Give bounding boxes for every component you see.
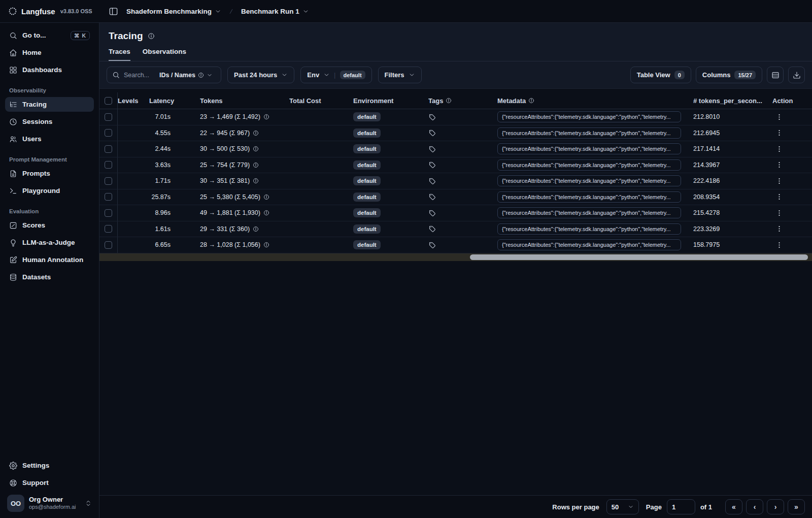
info-icon [446,98,452,104]
sidebar-item-llm-as-a-judge[interactable]: LLM-as-a-Judge [5,235,94,250]
row-checkbox[interactable] [105,209,112,217]
sidebar-item-playground[interactable]: Playground [5,183,94,198]
row-actions-menu[interactable] [772,193,786,201]
user-menu[interactable]: OO Org Owner ops@shadeform.ai [5,493,94,512]
sidebar-item-sessions[interactable]: Sessions [5,114,94,129]
row-checkbox[interactable] [105,113,112,121]
table-row[interactable]: 7.01s 23 → 1,469 (Σ 1,492) default {"res… [99,109,812,125]
tab-observations[interactable]: Observations [143,48,186,61]
first-page-button[interactable]: « [725,499,742,514]
search-scope-selector[interactable]: IDs / Names [159,72,213,79]
row-checkbox[interactable] [105,161,112,169]
sidebar-item-scores[interactable]: Scores [5,218,94,233]
sidebar-item-prompts[interactable]: Prompts [5,166,94,181]
sidebar-item-users[interactable]: Users [5,132,94,146]
tag-icon[interactable] [428,225,436,233]
table-row[interactable]: 8.96s 49 → 1,881 (Σ 1,930) default {"res… [99,205,812,221]
tag-icon[interactable] [428,193,436,201]
sidebar-item-home[interactable]: Home [5,45,94,60]
metadata-preview[interactable]: {"resourceAttributes":{"telemetry.sdk.la… [497,191,681,203]
sidebar-item-support[interactable]: Support [5,475,94,490]
page-title: Tracing [109,30,143,42]
info-icon[interactable] [263,194,269,200]
info-icon[interactable] [253,162,259,168]
table-row[interactable]: 4.55s 22 → 945 (Σ 967) default {"resourc… [99,125,812,142]
page-input[interactable] [667,499,695,514]
row-actions-menu[interactable] [772,145,786,153]
columns-button[interactable]: Columns 15/27 [696,67,762,83]
sidebar-item-datasets[interactable]: Datasets [5,270,94,284]
filters-button[interactable]: Filters [378,67,422,83]
sidebar-toggle-button[interactable] [106,4,120,18]
select-all-checkbox[interactable] [105,97,112,105]
metadata-preview[interactable]: {"resourceAttributes":{"telemetry.sdk.la… [497,239,681,250]
table-row[interactable]: 6.65s 28 → 1,028 (Σ 1,056) default {"res… [99,237,812,253]
info-icon[interactable] [253,130,259,136]
next-page-button[interactable]: › [767,499,784,514]
metadata-preview[interactable]: {"resourceAttributes":{"telemetry.sdk.la… [497,175,681,186]
org-breadcrumb[interactable]: Shadeform Benchmarking [126,8,221,15]
table-view-button[interactable]: Table View 0 [630,67,691,83]
metadata-preview[interactable]: {"resourceAttributes":{"telemetry.sdk.la… [497,111,681,122]
last-page-button[interactable]: » [788,499,805,514]
info-icon[interactable] [253,178,259,184]
row-actions-menu[interactable] [772,161,786,169]
environment-badge: default [353,160,381,170]
sidebar-item-dashboards[interactable]: Dashboards [5,62,94,77]
row-actions-menu[interactable] [772,113,786,121]
rows-per-page-select[interactable]: 50 [606,499,639,514]
table-row[interactable]: 1.71s 30 → 351 (Σ 381) default {"resourc… [99,173,812,189]
metadata-preview[interactable]: {"resourceAttributes":{"telemetry.sdk.la… [497,159,681,171]
row-actions-menu[interactable] [772,241,786,249]
tag-icon[interactable] [428,113,436,121]
sidebar-item-human-annotation[interactable]: Human Annotation [5,252,94,267]
previous-page-button[interactable]: ‹ [746,499,763,514]
info-icon[interactable] [148,33,155,40]
row-checkbox[interactable] [105,241,112,249]
metadata-preview[interactable]: {"resourceAttributes":{"telemetry.sdk.la… [497,127,681,139]
tag-icon[interactable] [428,177,436,185]
horizontal-scrollbar[interactable] [99,253,812,261]
metadata-preview[interactable]: {"resourceAttributes":{"telemetry.sdk.la… [497,223,681,235]
info-icon[interactable] [263,114,269,120]
project-name: Benchmark Run 1 [241,8,299,15]
search-box[interactable]: IDs / Names [107,67,221,83]
tag-icon[interactable] [428,145,436,153]
row-actions-menu[interactable] [772,129,786,137]
project-breadcrumb[interactable]: Benchmark Run 1 [241,8,309,15]
table-row[interactable]: 2.44s 30 → 500 (Σ 530) default {"resourc… [99,141,812,157]
env-filter[interactable]: Env | default [300,67,371,83]
row-checkbox[interactable] [105,129,112,137]
row-height-button[interactable] [767,67,784,83]
info-icon[interactable] [253,146,259,152]
metadata-preview[interactable]: {"resourceAttributes":{"telemetry.sdk.la… [497,143,681,154]
pen-square-icon [9,256,17,264]
table-row[interactable]: 3.63s 25 → 754 (Σ 779) default {"resourc… [99,157,812,174]
sidebar-item-settings[interactable]: Settings [5,458,94,473]
metadata-preview[interactable]: {"resourceAttributes":{"telemetry.sdk.la… [497,207,681,218]
scrollbar-thumb[interactable] [470,254,807,260]
search-input[interactable] [124,72,155,79]
export-button[interactable] [788,67,805,83]
environment-badge: default [353,128,381,138]
time-range-filter[interactable]: Past 24 hours [227,67,294,83]
tag-icon[interactable] [428,209,436,217]
info-icon[interactable] [263,242,269,248]
row-checkbox[interactable] [105,225,112,233]
row-checkbox[interactable] [105,193,112,201]
row-actions-menu[interactable] [772,225,786,233]
tag-icon[interactable] [428,241,436,249]
row-checkbox[interactable] [105,145,112,153]
tab-traces[interactable]: Traces [109,48,130,61]
row-checkbox[interactable] [105,177,112,185]
tag-icon[interactable] [428,129,436,137]
row-actions-menu[interactable] [772,177,786,185]
info-icon[interactable] [253,226,259,232]
row-actions-menu[interactable] [772,209,786,217]
goto-search[interactable]: Go to... ⌘ K [5,28,94,43]
info-icon[interactable] [263,210,269,216]
tag-icon[interactable] [428,161,436,169]
table-row[interactable]: 25.87s 25 → 5,380 (Σ 5,405) default {"re… [99,189,812,206]
table-row[interactable]: 1.61s 29 → 331 (Σ 360) default {"resourc… [99,221,812,238]
sidebar-item-tracing[interactable]: Tracing [5,97,94,112]
